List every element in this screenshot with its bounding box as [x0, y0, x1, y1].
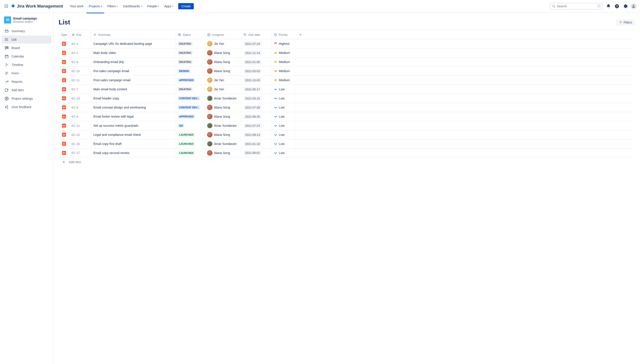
- cell-status[interactable]: IDEATING: [175, 39, 205, 48]
- search-field[interactable]: [557, 4, 596, 8]
- cell-status[interactable]: LAUNCHED: [175, 140, 205, 148]
- search-input[interactable]: /: [550, 3, 603, 10]
- cell-assignee[interactable]: Alana Song: [205, 148, 241, 157]
- project-header[interactable]: ✉ Email campaign Business project: [2, 15, 51, 25]
- nav-filters[interactable]: Filters▾: [105, 3, 120, 9]
- cell-summary[interactable]: Onboarding email drip: [91, 58, 175, 66]
- sidebar-item-add[interactable]: Add item: [2, 86, 51, 94]
- nav-dashboards[interactable]: Dashboards▾: [121, 3, 144, 9]
- sidebar-item-summary[interactable]: Summary: [2, 27, 51, 35]
- cell-status[interactable]: QA: [175, 121, 205, 130]
- table-row[interactable]: EC-12 Set up success metric guardrails Q…: [59, 121, 635, 130]
- cell-due-date[interactable]: 2021-10-03: [241, 76, 272, 84]
- cell-priority[interactable]: Medium: [272, 76, 296, 84]
- cell-assignee[interactable]: Alana Song: [205, 66, 241, 76]
- cell-key[interactable]: EC-9: [69, 112, 91, 121]
- profile-avatar[interactable]: [631, 3, 636, 9]
- cell-key[interactable]: EC-7: [69, 85, 91, 94]
- table-row[interactable]: EC-11 Post-sales campaign email APPROVED…: [59, 76, 635, 84]
- cell-key[interactable]: EC-2: [69, 39, 91, 48]
- cell-priority[interactable]: Low: [272, 130, 296, 139]
- column-priority[interactable]: Priority: [272, 30, 296, 39]
- cell-key[interactable]: EC-9: [69, 103, 91, 112]
- cell-status[interactable]: CONTENT DEV..: [175, 103, 205, 112]
- sidebar-item-settings[interactable]: Project settings: [2, 94, 51, 102]
- cell-status[interactable]: IDEATING: [175, 58, 205, 66]
- column-key[interactable]: Key: [69, 30, 91, 39]
- cell-priority[interactable]: Medium: [272, 48, 296, 57]
- cell-status[interactable]: DESIGN: [175, 66, 205, 76]
- column-due-date[interactable]: Due date: [241, 30, 272, 39]
- cell-summary[interactable]: Set up success metric guardrails: [91, 121, 175, 130]
- sidebar-item-board[interactable]: Board: [2, 44, 51, 52]
- cell-assignee[interactable]: Alana Song: [205, 48, 241, 57]
- table-row[interactable]: EC-8 Onboarding email drip IDEATING Alan…: [59, 57, 635, 66]
- cell-key[interactable]: EC-14: [69, 94, 91, 103]
- cell-key[interactable]: EC-12: [69, 121, 91, 130]
- cell-key[interactable]: EC-11: [69, 76, 91, 84]
- cell-assignee[interactable]: Jie Yan: [205, 76, 241, 84]
- cell-due-date[interactable]: 2021-03-15: [241, 94, 272, 103]
- table-row[interactable]: EC-15 Legal and compliance email check L…: [59, 130, 635, 139]
- table-row[interactable]: EC-14 Email header copy CONTENT DEV.. Am…: [59, 94, 635, 103]
- table-row[interactable]: EC-1 Main body video IDEATING Alana Song…: [59, 48, 635, 57]
- cell-priority[interactable]: Low: [272, 94, 296, 103]
- cell-status[interactable]: LAUNCHED: [175, 148, 205, 157]
- notification-icon[interactable]: [605, 3, 611, 9]
- cell-priority[interactable]: Low: [272, 121, 296, 130]
- cell-assignee[interactable]: Alana Song: [205, 130, 241, 139]
- nav-your-work[interactable]: Your work: [68, 3, 86, 9]
- cell-key[interactable]: EC-15: [69, 130, 91, 139]
- cell-due-date[interactable]: 2021-03-03: [241, 66, 272, 76]
- cell-summary[interactable]: Main email body content: [91, 85, 175, 94]
- cell-due-date[interactable]: 2021-07-23: [241, 121, 272, 130]
- cell-priority[interactable]: Medium: [272, 58, 296, 66]
- cell-status[interactable]: IDEATING: [175, 85, 205, 94]
- create-button[interactable]: Create: [178, 3, 194, 9]
- cell-priority[interactable]: Highest: [272, 39, 296, 48]
- cell-priority[interactable]: Low: [272, 85, 296, 94]
- cell-priority[interactable]: Low: [272, 140, 296, 148]
- cell-assignee[interactable]: Alana Song: [205, 58, 241, 66]
- nav-people[interactable]: People▾: [145, 3, 161, 9]
- sidebar-item-timeline[interactable]: Timeline: [2, 61, 51, 69]
- cell-summary[interactable]: Post-sales campaign email: [91, 76, 175, 84]
- cell-due-date[interactable]: 2021-06-25: [241, 112, 272, 121]
- cell-summary[interactable]: Email footer review with legal: [91, 112, 175, 121]
- cell-due-date[interactable]: 2021-07-28: [241, 103, 272, 112]
- cell-due-date[interactable]: 2021-06-01: [241, 148, 272, 157]
- cell-summary[interactable]: Legal and compliance email check: [91, 130, 175, 139]
- add-item-row[interactable]: Add item: [59, 157, 635, 167]
- table-row[interactable]: EC-16 Email copy first draft LAUNCHED Am…: [59, 139, 635, 148]
- cell-key[interactable]: EC-17: [69, 148, 91, 157]
- cell-status[interactable]: APPROVED: [175, 112, 205, 121]
- cell-priority[interactable]: Low: [272, 103, 296, 112]
- sidebar-item-form[interactable]: Form: [2, 69, 51, 77]
- nav-projects[interactable]: Projects▾: [86, 3, 104, 9]
- cell-due-date[interactable]: 2021-07-24: [241, 39, 272, 48]
- cell-assignee[interactable]: Alana Song: [205, 103, 241, 112]
- help-icon[interactable]: ?: [614, 3, 620, 9]
- cell-key[interactable]: EC-1: [69, 48, 91, 57]
- cell-assignee[interactable]: Amar Sundaram: [205, 121, 241, 130]
- cell-priority[interactable]: Low: [272, 148, 296, 157]
- cell-summary[interactable]: Email header copy: [91, 94, 175, 103]
- table-row[interactable]: EC-2 Campaign URL for dedicated landing …: [59, 39, 635, 48]
- cell-assignee[interactable]: Jie Yan: [205, 39, 241, 48]
- table-row[interactable]: EC-10 Pre-sales campaign email DESIGN Al…: [59, 66, 635, 76]
- cell-assignee[interactable]: Amar Sundaram: [205, 140, 241, 148]
- cell-summary[interactable]: Pre-sales campaign email: [91, 66, 175, 76]
- cell-due-date[interactable]: 2021-11-14: [241, 48, 272, 57]
- cell-summary[interactable]: Campaign URL for dedicated landing page: [91, 39, 175, 48]
- cell-summary[interactable]: Email copy first draft: [91, 140, 175, 148]
- column-assignee[interactable]: Assignee: [205, 30, 241, 39]
- app-switcher-icon[interactable]: [4, 4, 9, 9]
- cell-key[interactable]: EC-8: [69, 58, 91, 66]
- cell-assignee[interactable]: Jie Yan: [205, 85, 241, 94]
- sidebar-item-reports[interactable]: Reports: [2, 78, 51, 86]
- cell-status[interactable]: IDEATING: [175, 48, 205, 57]
- cell-assignee[interactable]: Alana Song: [205, 112, 241, 121]
- cell-summary[interactable]: Email copy second review: [91, 148, 175, 157]
- column-type[interactable]: Type: [59, 30, 69, 39]
- nav-apps[interactable]: Apps▾: [162, 3, 175, 9]
